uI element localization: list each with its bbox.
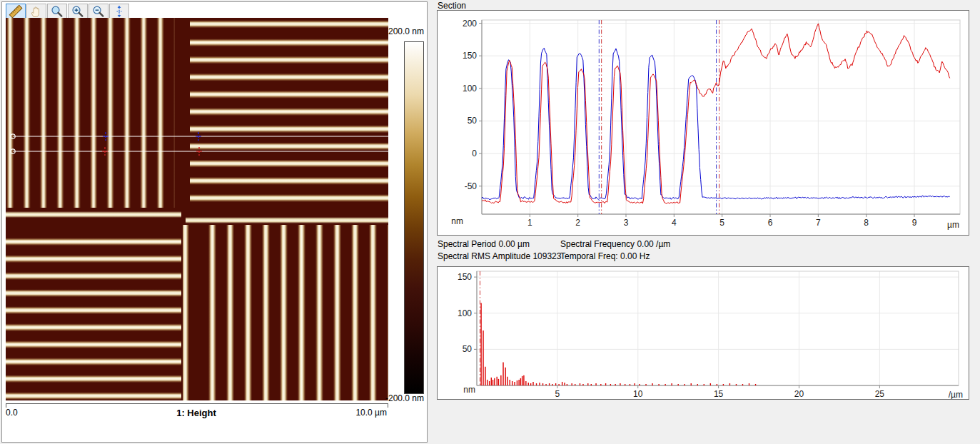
- plot-border: [482, 20, 960, 214]
- ruler-tool-button[interactable]: [6, 4, 26, 19]
- y-tick-label: 50: [468, 116, 478, 126]
- y-tick-label: -50: [465, 181, 478, 191]
- ruler-end-label: 10.0 µm: [355, 408, 387, 418]
- x-tick-label: 3: [624, 218, 629, 228]
- pan-hand-icon: [29, 5, 44, 18]
- offset-marker-tool-button[interactable]: [109, 4, 129, 19]
- y-tick-label: 150: [458, 272, 472, 282]
- x-tick-label: 9: [912, 218, 917, 228]
- x-tick-label: 1: [527, 218, 532, 228]
- x-tick-label: 4: [672, 218, 677, 228]
- x-tick-label: 15: [714, 389, 724, 399]
- x-tick-label: 10: [633, 389, 643, 399]
- y-tick-label: 0: [472, 148, 477, 158]
- section-line-1[interactable]: [11, 132, 388, 141]
- x-tick-label: 20: [794, 389, 804, 399]
- x-unit-label: /µm: [949, 390, 963, 399]
- spectral-frequency-label: Spectral Frequency 0.00 /µm: [560, 239, 670, 249]
- x-tick-label: 25: [875, 389, 885, 399]
- y-tick-label: 100: [458, 308, 472, 318]
- plot-border: [477, 271, 959, 385]
- temporal-freq-label: Temporal Freq: 0.00 Hz: [560, 251, 650, 261]
- y-tick-label: 150: [463, 51, 477, 61]
- pan-tool-button[interactable]: [26, 4, 46, 19]
- y-tick-label: 100: [463, 84, 477, 94]
- spectral-rms-label: Spectral RMS Amplitude 109323: [438, 251, 561, 261]
- section-chart-svg: -50050100150200123456789nmµm: [438, 11, 969, 235]
- image-panel: 200.0 nm -200.0 nm 0.0 1: Height 10.0 µm: [1, 1, 428, 443]
- x-tick-label: 2: [575, 218, 580, 228]
- y-tick-label: 50: [463, 344, 473, 354]
- channel-title: 1: Height: [6, 408, 387, 418]
- y-unit-label: nm: [451, 216, 463, 226]
- zoom-in-tool-button[interactable]: [68, 4, 88, 19]
- zoom-select-tool-button[interactable]: [47, 4, 67, 19]
- offset-marker-icon: [111, 5, 127, 18]
- y-tick-label: 200: [463, 19, 477, 29]
- x-tick-label: 6: [768, 218, 773, 228]
- profile-trace-1: [482, 48, 950, 199]
- spectrum-chart-svg: 50100150510152025nm/µm: [438, 267, 969, 399]
- zoom-in-icon: [70, 5, 86, 18]
- zoom-out-icon: [91, 5, 106, 18]
- image-ruler-labels: 0.0 1: Height 10.0 µm: [6, 408, 387, 419]
- zoom-out-tool-button[interactable]: [89, 4, 108, 19]
- section-panel-title: Section: [438, 1, 466, 11]
- color-scale-bar: [404, 41, 424, 394]
- x-tick-label: 5: [719, 218, 724, 228]
- spectrum-chart[interactable]: 50100150510152025nm/µm: [437, 266, 969, 400]
- x-tick-label: 5: [555, 389, 560, 399]
- section-lines-overlay[interactable]: [6, 18, 388, 400]
- x-tick-label: 7: [816, 218, 821, 228]
- zoom-select-icon: [49, 5, 65, 18]
- x-unit-label: µm: [947, 220, 959, 230]
- color-scale-min-label: -200.0 nm: [367, 393, 424, 403]
- afm-height-image[interactable]: [6, 18, 388, 400]
- ruler-tool-icon: [8, 5, 24, 18]
- color-scale-max-label: 200.0 nm: [367, 26, 424, 36]
- x-tick-label: 8: [864, 218, 869, 228]
- y-unit-label: nm: [463, 385, 475, 395]
- spectral-period-label: Spectral Period 0.00 µm: [438, 239, 530, 249]
- section-line-2[interactable]: [11, 147, 388, 156]
- profile-trace-2: [482, 24, 950, 203]
- app-window: 200.0 nm -200.0 nm 0.0 1: Height 10.0 µm…: [0, 0, 980, 444]
- section-profile-chart[interactable]: -50050100150200123456789nmµm: [437, 10, 969, 236]
